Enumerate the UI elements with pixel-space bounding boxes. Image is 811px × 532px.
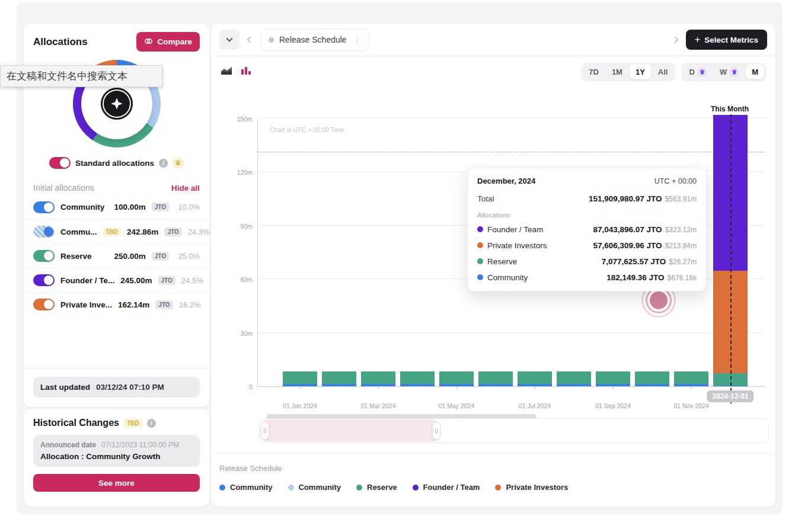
- chart-bar[interactable]: [518, 371, 552, 386]
- tbd-badge: TBD: [103, 227, 122, 236]
- chart-bar[interactable]: [635, 371, 669, 386]
- y-axis-tick-label: 90m: [213, 223, 253, 230]
- chart-tooltip: December, 2024 UTC + 00:00 Total 151,909…: [467, 168, 707, 291]
- allocation-toggle[interactable]: [33, 274, 55, 286]
- chart-bar[interactable]: [478, 371, 513, 386]
- hide-all-link[interactable]: Hide all: [171, 184, 200, 193]
- allocation-amount: 242.86m: [127, 227, 158, 236]
- x-axis-tick: [691, 387, 692, 389]
- tooltip-amount: 57,606,309.96 JTO: [593, 241, 662, 250]
- allocation-amount: 100.00m: [114, 203, 145, 211]
- last-updated-label: Last updated: [40, 383, 90, 392]
- chart-bar[interactable]: [400, 371, 435, 386]
- chevron-right-icon[interactable]: [672, 36, 678, 43]
- range-option-1m[interactable]: 1M: [606, 65, 628, 79]
- granularity-option-m[interactable]: M: [746, 65, 764, 79]
- tooltip-amount: 7,077,625.57 JTO: [602, 257, 666, 266]
- legend-dot-icon: [495, 485, 501, 491]
- announced-date-label: Announced date: [40, 441, 96, 449]
- series-dot-icon: [477, 258, 483, 264]
- legend-item[interactable]: Founder / Team: [413, 483, 480, 492]
- standard-allocations-label: Standard allocations: [75, 159, 154, 168]
- x-axis-tick: [378, 387, 379, 389]
- cursor-ripple-icon: [650, 291, 668, 309]
- allocation-percent: 10.0%: [175, 203, 200, 211]
- granularity-segment-control: D♛W♛M: [681, 63, 766, 81]
- range-option-all[interactable]: All: [652, 65, 674, 79]
- brush-handle-right[interactable]: [432, 422, 440, 440]
- collapse-button[interactable]: [219, 30, 240, 50]
- allocation-label: Private Inve...: [60, 300, 112, 309]
- bar-segment: [635, 371, 669, 384]
- legend-item[interactable]: Reserve: [356, 483, 397, 492]
- tooltip-row: Private Investors57,606,309.96 JTO$213.8…: [477, 240, 697, 251]
- toggle-knob: [44, 203, 53, 212]
- toggle-knob: [44, 300, 53, 309]
- chart-bar[interactable]: [596, 371, 630, 386]
- chart-bar[interactable]: [439, 371, 474, 386]
- tooltip-section-label: Allocations: [477, 211, 697, 219]
- toggle-knob: [44, 275, 53, 285]
- granularity-option-w[interactable]: W♛: [714, 65, 745, 79]
- x-axis-tick-label: 01 Nov 2024: [673, 402, 709, 409]
- area-chart-icon[interactable]: [221, 66, 232, 78]
- tab-release-schedule[interactable]: Release Schedule ⋮: [261, 28, 369, 51]
- allocation-label: Community: [60, 203, 104, 211]
- chart-bar[interactable]: [283, 371, 317, 386]
- this-month-label: This Month: [711, 105, 749, 113]
- toggle-knob: [44, 251, 53, 261]
- legend-item[interactable]: Private Investors: [495, 483, 568, 492]
- chart-bar[interactable]: [557, 371, 591, 386]
- allocation-row: Commu...TBD242.86mJTO24.3%: [24, 219, 209, 243]
- granularity-option-d[interactable]: D♛: [683, 65, 712, 79]
- legend-item[interactable]: Community: [219, 483, 273, 492]
- chart-bar[interactable]: [361, 371, 395, 386]
- see-more-button[interactable]: See more: [33, 474, 200, 492]
- allocation-unit-chip: JTO: [152, 252, 169, 261]
- bar-segment: [439, 371, 474, 384]
- range-brush[interactable]: [259, 418, 769, 443]
- bar-chart-icon[interactable]: [241, 66, 251, 78]
- legend-item[interactable]: Community: [288, 483, 341, 492]
- allocation-label: Commu...: [60, 227, 97, 236]
- x-axis-tick: [613, 387, 614, 389]
- allocation-toggle[interactable]: [33, 250, 55, 262]
- historical-entry[interactable]: Announced date 07/12/2023 11:00:00 PM Al…: [33, 435, 200, 467]
- y-axis-tick-label: 60m: [213, 276, 253, 283]
- range-option-1y[interactable]: 1Y: [630, 65, 651, 79]
- allocation-amount: 245.00m: [120, 276, 152, 285]
- brush-handle-left[interactable]: [261, 422, 269, 440]
- initial-allocations-heading: Initial allocations: [33, 183, 94, 193]
- range-option-7d[interactable]: 7D: [583, 65, 605, 79]
- legend-dot-icon: [219, 485, 225, 491]
- allocation-percent: 24.5%: [181, 276, 203, 285]
- crown-icon: ♛: [173, 158, 184, 169]
- allocation-toggle[interactable]: [33, 299, 55, 310]
- legend-label: Private Investors: [506, 483, 568, 492]
- brush-selection[interactable]: [264, 419, 436, 442]
- allocation-label: Founder / Te...: [60, 276, 114, 285]
- allocation-percent: 24.3%: [188, 227, 210, 236]
- select-metrics-button[interactable]: + Select Metrics: [686, 30, 767, 50]
- chart-bar[interactable]: [322, 371, 356, 386]
- allocation-toggle[interactable]: [33, 226, 55, 238]
- allocation-row: Private Inve...162.14mJTO16.2%: [24, 292, 209, 316]
- bar-segment: [596, 371, 630, 384]
- chart-bar[interactable]: [674, 371, 708, 386]
- compare-button[interactable]: Compare: [136, 32, 200, 52]
- info-icon[interactable]: i: [147, 419, 156, 428]
- select-metrics-label: Select Metrics: [704, 36, 758, 44]
- legend-label: Reserve: [367, 483, 397, 492]
- allocation-row: Community100.00mJTO10.0%: [24, 195, 209, 219]
- x-axis-tick-label: 01 Sep 2024: [595, 402, 631, 409]
- bar-segment: [283, 384, 317, 386]
- allocation-toggle[interactable]: [33, 201, 55, 213]
- compare-label: Compare: [157, 37, 192, 46]
- kebab-menu-icon[interactable]: ⋮: [353, 35, 362, 44]
- token-logo-icon: [101, 88, 133, 120]
- allocation-unit-chip: JTO: [155, 300, 173, 309]
- series-dot-icon: [477, 274, 483, 280]
- standard-allocations-toggle[interactable]: [49, 157, 71, 169]
- chevron-left-icon[interactable]: [247, 36, 253, 43]
- info-icon[interactable]: i: [159, 159, 168, 168]
